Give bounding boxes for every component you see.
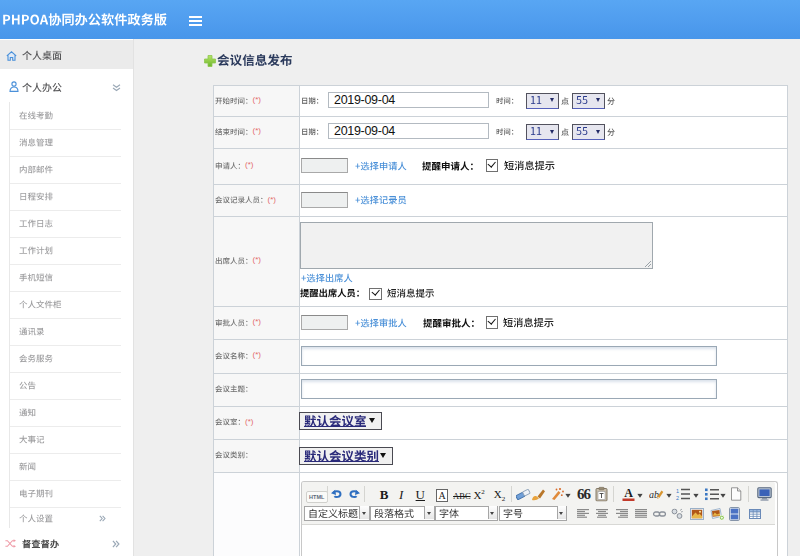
svg-text:1: 1 xyxy=(676,487,679,493)
svg-text:A: A xyxy=(624,486,633,500)
svg-text:2: 2 xyxy=(676,495,679,501)
